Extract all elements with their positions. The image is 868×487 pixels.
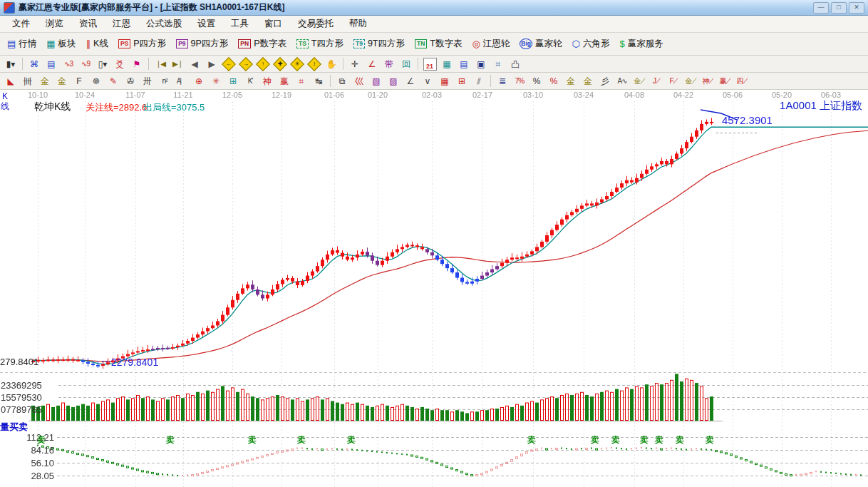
f-angle-icon[interactable]: F⟋ [665,73,682,89]
p-square-button[interactable]: PSP四方形 [113,36,171,51]
t-number-table-button[interactable]: TNT数字表 [410,36,467,51]
hash-ruler-icon[interactable]: 卅 [139,73,156,89]
menu-item-news[interactable]: 资讯 [71,16,105,32]
pencil-icon[interactable]: ✎ [105,73,122,89]
wave-form-icon[interactable]: 回 [398,56,415,72]
gann-wheel-button[interactable]: ◎江恩轮 [467,36,515,51]
seven-pct-icon[interactable]: 7% [511,73,528,89]
diamond-right-icon[interactable]: → [237,56,254,72]
diamond-star-icon[interactable]: ✳ [289,56,306,72]
diamond-up-icon[interactable]: ↑ [254,56,272,72]
menu-item-trade-order[interactable]: 交易委托 [290,16,341,32]
network-icon[interactable]: ⌗ [490,56,507,72]
menu-item-file[interactable]: 文件 [4,16,38,32]
angle-lines-icon[interactable]: ∠ [402,73,419,89]
diamond-updown-icon[interactable]: ↕ [306,56,323,72]
sectors-button[interactable]: ▦板块 [41,36,81,51]
gold-circle-icon[interactable]: 金 [562,73,579,89]
menu-item-gann[interactable]: 江恩 [105,16,138,32]
shen-grid-icon[interactable]: 神 [259,73,276,89]
crosshair-icon[interactable]: ✛ [346,56,363,72]
pct-line-icon[interactable]: % [545,73,562,89]
period-candle-dropdown[interactable]: ▮▾ [2,56,19,72]
p-number-table-button[interactable]: PNP数字表 [233,36,291,51]
qiankun-figure-icon[interactable]: 爻 [111,56,128,72]
next-candle-icon[interactable]: ▶ [203,56,220,72]
quote-list-icon[interactable]: ▤ [43,56,60,72]
ruler-123-icon[interactable]: ⌗ [293,73,310,89]
maximize-button[interactable]: □ [831,2,847,14]
volume-profile-icon[interactable]: ⚑ [128,56,145,72]
gold-angle-icon[interactable]: 金⟋ [631,73,648,89]
purple-grid-icon[interactable]: ▨ [385,73,402,89]
9t-square-button[interactable]: T99T四方形 [348,36,410,51]
calculator-icon[interactable]: ▦ [438,56,455,72]
eraser-icon[interactable]: ◣ [2,73,19,89]
wave-9-icon[interactable]: ∿9 [77,56,94,72]
si-angle-icon[interactable]: 四⟋ [733,73,750,89]
purple-fan-icon[interactable]: ▧ [368,73,385,89]
gann-table-icon[interactable]: ≣ [494,73,511,89]
menu-item-formula-stock-pick[interactable]: 公式选股 [138,16,190,32]
menu-item-browse[interactable]: 浏览 [38,16,71,32]
shen-angle-icon[interactable]: 神⟋ [699,73,716,89]
menu-item-tools[interactable]: 工具 [223,16,257,32]
quotes-button[interactable]: ▤行情 [2,36,41,51]
t-square-button[interactable]: TST四方形 [291,36,348,51]
pct-icon[interactable]: % [528,73,545,89]
a-wave-icon[interactable]: A∿ [614,73,631,89]
kline-button[interactable]: ∥K线 [81,36,113,51]
hand-tool-icon[interactable]: ✋ [323,56,340,72]
circle-cross-icon[interactable]: ⊕ [190,73,207,89]
red-grid2-icon[interactable]: ⊞ [453,73,470,89]
gold-angle2-icon[interactable]: 金⟋ [682,73,699,89]
candle-style-dropdown[interactable]: ▯▾ [94,56,111,72]
diamond-left-icon[interactable]: ← [220,56,237,72]
gann-compass-icon[interactable]: ✇ [122,73,139,89]
hexagon-button[interactable]: ⬡六角形 [567,36,615,51]
j-angle-icon[interactable]: J⟋ [648,73,665,89]
save-icon[interactable]: ▣ [472,56,490,72]
wave-3-icon[interactable]: ∿3 [60,56,77,72]
close-button[interactable]: ✕ [849,2,864,14]
kline-side-tab[interactable]: K线 [0,91,10,111]
ying-grid-icon[interactable]: 赢 [276,73,293,89]
menu-item-settings[interactable]: 设置 [190,16,223,32]
gold-ruler2-icon[interactable]: 金 [53,73,71,89]
winner-wheel-button[interactable]: Big赢家轮 [515,36,567,51]
print-icon[interactable]: 凸 [507,56,524,72]
gold-ruler-icon[interactable]: 金 [36,73,53,89]
minimize-button[interactable]: — [813,2,829,14]
calendar-icon[interactable]: 21 [421,56,438,72]
red-grid-icon[interactable]: ▦ [436,73,453,89]
first-page-icon[interactable]: ❘◀ [152,56,169,72]
chart-canvas[interactable] [0,90,868,487]
gold-line-icon[interactable]: 金 [579,73,596,89]
winner-service-button[interactable]: $赢家服务 [614,36,668,51]
k-quote-icon[interactable]: K' [242,73,259,89]
brush-icon[interactable]: 彡 [596,73,614,89]
spiral-icon[interactable]: ☸ [88,73,105,89]
tick-ruler-icon[interactable]: 卌 [19,73,36,89]
prev-candle-icon[interactable]: ◀ [186,56,203,72]
star-circle-icon[interactable]: ✳ [207,73,224,89]
ying-angle-icon[interactable]: 赢⟋ [716,73,733,89]
notes-icon[interactable]: ▤ [455,56,472,72]
v-line-icon[interactable]: ∨ [419,73,436,89]
mirror-a-icon[interactable]: A⎸ [173,73,190,89]
n2-icon[interactable]: n² [156,73,173,89]
9p-square-button[interactable]: P99P四方形 [171,36,233,51]
angle-line-icon[interactable]: ∠ [363,56,381,72]
menu-item-window[interactable]: 窗口 [257,16,290,32]
diamond-cross-icon[interactable]: ✚ [272,56,289,72]
span-arrow-icon[interactable]: ↹ [310,73,327,89]
grid-box-icon[interactable]: ⊞ [224,73,242,89]
menu-item-help[interactable]: 帮助 [341,16,375,32]
gann-form-icon[interactable]: 带 [381,56,398,72]
last-page-icon[interactable]: ▶❘ [169,56,186,72]
curve-tool-icon[interactable]: ⌘ [26,56,43,72]
box-tool-icon[interactable]: ⧉ [334,73,351,89]
fan-rays-icon[interactable]: 巛 [351,73,368,89]
parallel-icon[interactable]: ⫽ [470,73,487,89]
f-ruler-icon[interactable]: F [71,73,88,89]
